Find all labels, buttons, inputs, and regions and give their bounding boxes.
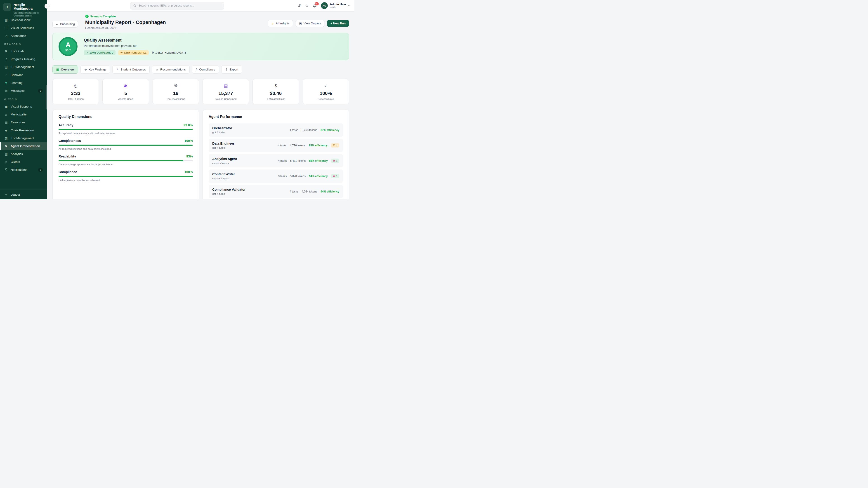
search-box[interactable]: [130, 2, 224, 9]
sidebar-scrollbar[interactable]: [46, 85, 46, 109]
lightbulb-icon: ☼: [271, 22, 274, 25]
schedules-icon: ☰: [4, 26, 8, 30]
dimension-caption: Full regulatory compliance achieved: [59, 179, 193, 182]
star-icon[interactable]: ☆: [305, 4, 309, 8]
sidebar-item-visual-supports[interactable]: ▣ Visual Supports: [0, 103, 47, 110]
sidebar-item-label: IEP Management: [11, 136, 34, 140]
tab-compliance[interactable]: § Compliance: [192, 65, 219, 74]
agent-row-compliance-validator[interactable]: Compliance Validator gpt-4-turbo 4 tasks…: [209, 185, 343, 198]
notifications-bell-button[interactable]: 9+: [313, 4, 317, 8]
agent-efficiency: 88% efficiency: [309, 159, 328, 162]
notifications-badge: 2: [38, 168, 43, 172]
sidebar-collapse-button[interactable]: ‹: [44, 4, 50, 8]
agent-tokens: 4,776 tokens: [290, 144, 306, 147]
agent-tokens: 5,268 tokens: [302, 129, 317, 132]
messages-badge: 5: [38, 89, 43, 93]
chart-icon: ▥: [4, 152, 8, 156]
stat-value: 5: [104, 91, 147, 96]
view-outputs-button[interactable]: ▣ View Outputs: [296, 20, 324, 27]
sidebar-item-label: Municipality: [11, 113, 27, 116]
back-to-onboarding-button[interactable]: ← Onboarding: [53, 21, 78, 28]
brand-title: Nexgile-MuniSpectra: [13, 3, 44, 11]
dimension-value: 100%: [184, 170, 193, 174]
sidebar-item-iep-management[interactable]: ▤ IEP Management: [0, 63, 47, 71]
graduation-icon: ✎: [116, 68, 119, 71]
stat-label: Tool Invocations: [155, 98, 197, 100]
tab-student-outcomes[interactable]: ✎ Student Outcomes: [112, 65, 150, 74]
sidebar-item-messages[interactable]: ✉ Messages 5: [0, 87, 47, 95]
agent-model: claude-3-opus: [212, 162, 237, 164]
stat-value: 3:33: [55, 91, 97, 96]
tool-use-badge: ⚒ 1: [331, 143, 339, 148]
robot-icon: ⚙: [151, 51, 154, 54]
tab-recommendations[interactable]: ☼ Recommendations: [152, 65, 189, 74]
sidebar-item-iep-management-2[interactable]: ▧ IEP Management: [0, 134, 47, 142]
tab-overview[interactable]: ▥ Overview: [53, 65, 78, 74]
sidebar-item-behavior[interactable]: ◔ Behavior: [0, 71, 47, 79]
sidebar-item-learning[interactable]: ♥ Learning: [0, 79, 47, 87]
check-icon: ✓: [86, 51, 88, 54]
lightbulb-icon: ☼: [156, 68, 158, 71]
trend-icon: ↗: [4, 57, 8, 61]
dimension-caption: Clear language appropriate for target au…: [59, 163, 193, 166]
pie-icon: ◔: [4, 73, 8, 77]
search-input[interactable]: [138, 4, 221, 7]
shield-icon: ◆: [4, 129, 8, 132]
ai-insights-button[interactable]: ☼ AI Insights: [268, 20, 293, 27]
logout-label: Logout: [11, 193, 20, 196]
sidebar-item-agent-orchestration[interactable]: ✳ Agent Orchestration: [0, 142, 47, 150]
sidebar-item-label: IEP Goals: [11, 50, 24, 53]
progress-bar: [59, 176, 193, 177]
dimension-name: Readability: [59, 155, 76, 158]
sidebar-item-analytics[interactable]: ▥ Analytics: [0, 150, 47, 158]
calendar-icon: ▦: [4, 19, 8, 22]
sidebar-item-crisis-prevention[interactable]: ◆ Crisis Prevention: [0, 126, 47, 134]
sidebar-item-clients[interactable]: ☺ Clients: [0, 158, 47, 166]
tab-export[interactable]: ↥ Export: [221, 65, 242, 74]
user-menu[interactable]: AU Admin User admin ▾: [321, 2, 349, 9]
history-icon[interactable]: ↺: [298, 4, 301, 8]
agent-model: gpt-4-turbo: [212, 131, 232, 134]
agent-row-content-writer[interactable]: Content Writer claude-3-opus 3 tasks 5,8…: [209, 169, 343, 183]
scroll-icon: §: [196, 68, 197, 71]
document-icon: ▧: [4, 136, 8, 140]
agent-row-data-engineer[interactable]: Data Engineer gpt-4-turbo 4 tasks 4,776 …: [209, 139, 343, 152]
scenario-status: ✓ Scenario Complete: [85, 15, 166, 18]
agent-model: gpt-4-turbo: [212, 147, 235, 149]
new-run-button[interactable]: + New Run: [327, 20, 349, 27]
sidebar-item-label: Crisis Prevention: [11, 129, 34, 132]
agent-tasks: 4 tasks: [278, 159, 287, 162]
sidebar-item-municipality[interactable]: ⌂ Municipality: [0, 110, 47, 119]
agent-row-analytics-agent[interactable]: Analytics Agent claude-3-opus 4 tasks 5,…: [209, 154, 343, 167]
main-content: ← Onboarding ✓ Scenario Complete Municip…: [47, 11, 354, 199]
sidebar-item-visual-schedules[interactable]: ☰ Visual Schedules: [0, 24, 47, 32]
assessment-subtitle: Performance improved from previous run: [84, 44, 189, 47]
dimension-accuracy: Accuracy 99.8% Exceptional data accuracy…: [59, 123, 193, 135]
logout-button[interactable]: ↪ Logout: [0, 190, 47, 199]
heart-icon: ♥: [4, 81, 8, 85]
agent-tasks: 3 tasks: [278, 175, 287, 178]
sidebar-item-resources[interactable]: ▤ Resources: [0, 119, 47, 126]
brand-logo-icon: ✦: [3, 3, 11, 11]
grade-letter: A: [66, 41, 70, 48]
report-tabs: ▥ Overview ⊙ Key Findings ✎ Student Outc…: [53, 65, 349, 74]
avatar: AU: [321, 2, 328, 9]
chevron-down-icon: ▾: [348, 4, 349, 7]
sidebar-item-notifications[interactable]: Notifications 2: [0, 166, 47, 174]
stat-value: 16: [155, 91, 197, 96]
outputs-icon: ▣: [299, 22, 302, 25]
sidebar-item-calendar-view[interactable]: ▦ Calendar View: [0, 19, 47, 24]
attendance-icon: ☑: [4, 34, 8, 38]
magnifier-icon: ⊙: [84, 68, 87, 71]
sidebar-item-attendance[interactable]: ☑ Attendance: [0, 32, 47, 40]
agent-tasks: 4 tasks: [278, 144, 287, 147]
content-column: ↺ ☆ 9+ AU Admin User admin ▾ ← Onboardin…: [47, 0, 354, 199]
bar-chart-icon: ▥: [56, 68, 59, 71]
brain-icon: ✿: [333, 159, 335, 162]
grade-score: 96.2: [65, 49, 71, 52]
agent-row-orchestrator[interactable]: Orchestrator gpt-4-turbo 1 tasks 5,268 t…: [209, 123, 343, 137]
sidebar-item-iep-goals[interactable]: ⚑ IEP Goals: [0, 47, 47, 55]
sidebar-item-progress-tracking[interactable]: ↗ Progress Tracking: [0, 55, 47, 63]
agent-model: gpt-4-turbo: [212, 193, 246, 195]
tab-key-findings[interactable]: ⊙ Key Findings: [81, 65, 110, 74]
